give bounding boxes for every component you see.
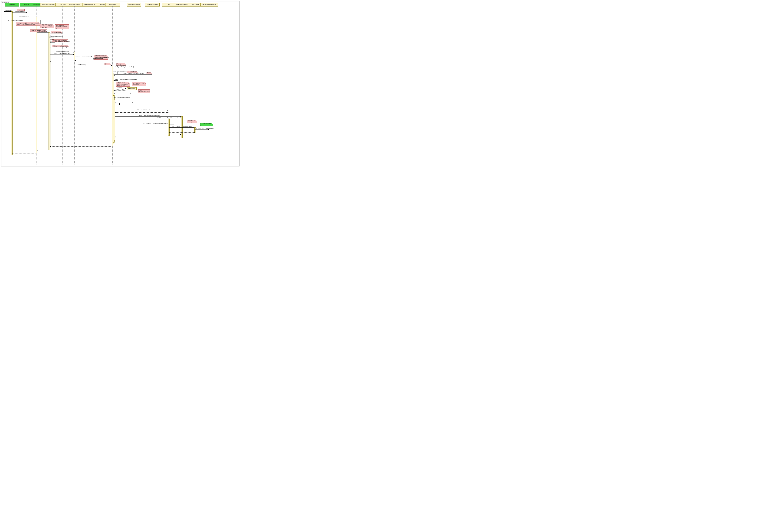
note-monitors: mActivityMonitors 监听Activity信息，Client是可以… xyxy=(16,22,40,26)
lifeline xyxy=(152,6,152,165)
lifeline-activityrecord: ActivityRecord xyxy=(127,87,136,90)
note-bgcheck: 判断是否可以启动Activity (文是否在home状态后台- intent是否… xyxy=(116,82,130,86)
alt-label: alt xyxy=(7,20,9,21)
note-params1: 1. whoThread = 调用者的 mainThread 2. 调用者的包名… xyxy=(40,24,54,28)
note-mmainthread: mMainThread xyxy=(17,9,25,11)
note-focused: 获取当前 DisplayFocusedTask xyxy=(115,63,126,66)
activation xyxy=(36,17,37,153)
participant-taskfragment: TaskFragment xyxy=(188,3,202,7)
note-record: 对比，相同信息，完造了 ActivityRecord xyxy=(132,82,146,86)
note-process: 这个函数内部会启动新的Process startSpecific xyxy=(200,123,213,126)
activation xyxy=(11,11,13,155)
sequence-diagram: sd startActivity ContextImpl ActivityThr… xyxy=(1,1,240,167)
participant-rootwindowcontainer: RootWindowContainer xyxy=(127,3,141,7)
participant-activitystartcontroller: ActivityStartController xyxy=(67,3,82,7)
lifeline xyxy=(103,6,103,165)
lifeline xyxy=(169,6,169,165)
lifeline xyxy=(182,6,182,165)
note-taskfragment: Android12引进 TaskFragment xyxy=(187,120,197,123)
participant-atms2: ActivityTaskManagerService xyxy=(200,3,218,7)
participant-activitystarter: ActivityStarter xyxy=(105,3,120,7)
activation xyxy=(49,39,51,148)
lifeline xyxy=(93,6,93,165)
diagram-title: sd startActivity xyxy=(1,1,10,3)
alt-guard: [mActivityMonitors not null] xyxy=(11,20,23,21)
note-laststart: 纪录到 mLastStartActivityRecord xyxy=(138,89,150,93)
participant-contextimpl: ContextImpl xyxy=(5,3,19,7)
note-criteria: 各种判断是否能启动 xyxy=(127,71,138,73)
participant-activitytasksupervisor: ActivityTaskSupervisor xyxy=(145,3,160,7)
participant-rootwindowcontainer2: RootWindowContainer xyxy=(175,3,189,7)
start-node xyxy=(4,11,5,12)
activation xyxy=(181,116,183,138)
activation xyxy=(168,119,170,136)
activation xyxy=(114,100,115,140)
participant-task: Task xyxy=(162,3,176,7)
note-params2: caller = whoThread callingPackage 调用者的包 … xyxy=(55,24,69,29)
